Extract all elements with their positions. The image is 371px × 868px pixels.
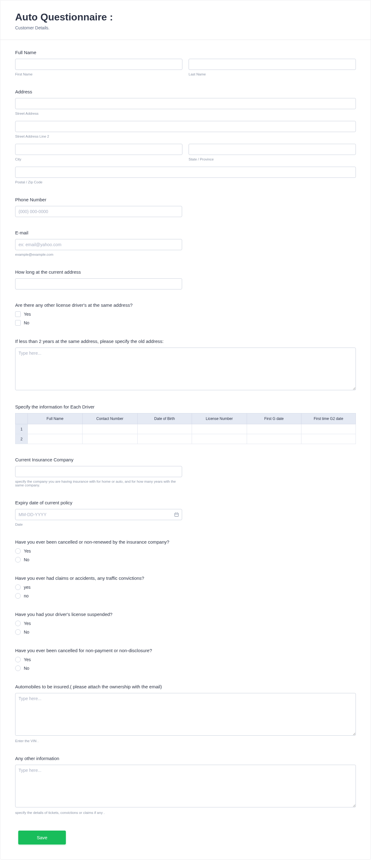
driver-table-corner (16, 413, 28, 424)
expiry-date-input[interactable] (15, 509, 182, 520)
form-title: Auto Questionnaire : (15, 11, 356, 23)
autos-textarea[interactable] (15, 693, 356, 736)
form-container: Auto Questionnaire : Customer Details. F… (0, 0, 371, 860)
form-subtitle: Customer Details. (15, 25, 356, 30)
autos-label: Automobiles to be insured.( please attac… (15, 684, 356, 689)
full-name-label: Full Name (15, 50, 356, 55)
driver-2-gdate[interactable] (247, 434, 301, 444)
nonpayment-label: Have you ever been cancelled for non-pay… (15, 648, 356, 653)
field-full-name: Full Name First Name Last Name (15, 50, 356, 76)
suspended-no-radio[interactable] (15, 629, 21, 635)
suspended-yes-radio[interactable] (15, 621, 21, 626)
driver-1-fullname[interactable] (28, 424, 82, 434)
last-name-input[interactable] (189, 59, 356, 70)
how-long-label: How long at the current address (15, 269, 356, 275)
phone-label: Phone Number (15, 197, 356, 202)
nonpayment-yes-label: Yes (24, 657, 31, 662)
driver-col-dob: Date of Birth (137, 413, 192, 424)
driver-1-dob[interactable] (137, 424, 192, 434)
insurance-company-sublabel: specify the company you are having insur… (15, 479, 182, 487)
postal-sublabel: Postal / Zip Code (15, 180, 356, 184)
cancelled-yes-label: Yes (24, 549, 31, 554)
cancelled-no-label: No (24, 557, 29, 562)
field-old-address: If less than 2 years at the same address… (15, 339, 356, 391)
cancelled-yes-radio[interactable] (15, 548, 21, 554)
table-row: 2 (16, 434, 356, 444)
field-phone: Phone Number (15, 197, 356, 217)
phone-input[interactable] (15, 206, 182, 217)
email-label: E-mail (15, 230, 356, 235)
driver-1-license[interactable] (192, 424, 247, 434)
postal-input[interactable] (15, 167, 356, 178)
claims-no-radio[interactable] (15, 593, 21, 599)
street-address-sublabel: Street Address (15, 112, 356, 115)
driver-1-contact[interactable] (83, 424, 137, 434)
form-body: Full Name First Name Last Name Address S… (0, 40, 371, 859)
driver-2-dob[interactable] (137, 434, 192, 444)
field-claims: Have you ever had claims or accidents, a… (15, 576, 356, 599)
other-info-textarea[interactable] (15, 765, 356, 807)
street-address2-sublabel: Street Address Line 2 (15, 134, 356, 138)
driver-1-g2date[interactable] (302, 424, 355, 434)
save-button[interactable]: Save (18, 831, 66, 844)
autos-sublabel: Enter the VIN . (15, 739, 356, 743)
old-address-textarea[interactable] (15, 348, 356, 390)
field-address: Address Street Address Street Address Li… (15, 89, 356, 184)
first-name-sublabel: First Name (15, 72, 182, 76)
driver-1-gdate[interactable] (247, 424, 301, 434)
first-name-input[interactable] (15, 59, 182, 70)
street-address2-input[interactable] (15, 121, 356, 132)
old-address-label: If less than 2 years at the same address… (15, 339, 356, 344)
street-address-input[interactable] (15, 98, 356, 109)
driver-2-fullname[interactable] (28, 434, 82, 444)
row-2-num: 2 (16, 434, 28, 444)
field-autos: Automobiles to be insured.( please attac… (15, 684, 356, 743)
other-drivers-label: Are there any other license driver's at … (15, 303, 356, 308)
field-other-info: Any other information specify the detail… (15, 756, 356, 814)
driver-col-fullname: Full Name (28, 413, 83, 424)
suspended-no-label: No (24, 629, 29, 634)
field-insurance-company: Current Insurance Company specify the co… (15, 457, 356, 487)
city-input[interactable] (15, 144, 182, 155)
driver-2-contact[interactable] (83, 434, 137, 444)
expiry-date-label: Expiry date of current policy (15, 500, 356, 505)
field-driver-table: Specify the information for Each Driver … (15, 404, 356, 444)
how-long-input[interactable] (15, 278, 182, 289)
table-row: 1 (16, 424, 356, 434)
other-drivers-yes-label: Yes (24, 312, 31, 317)
claims-yes-radio[interactable] (15, 584, 21, 590)
driver-2-g2date[interactable] (302, 434, 355, 444)
claims-label: Have you ever had claims or accidents, a… (15, 576, 356, 581)
nonpayment-no-label: No (24, 666, 29, 671)
nonpayment-no-radio[interactable] (15, 665, 21, 671)
driver-table-label: Specify the information for Each Driver (15, 404, 356, 409)
state-sublabel: State / Province (189, 157, 356, 161)
driver-2-license[interactable] (192, 434, 247, 444)
other-drivers-no-checkbox[interactable] (15, 320, 21, 326)
expiry-date-sublabel: Date (15, 523, 182, 526)
other-drivers-yes-checkbox[interactable] (15, 311, 21, 317)
other-drivers-no-label: No (24, 320, 29, 325)
nonpayment-yes-radio[interactable] (15, 657, 21, 662)
field-nonpayment: Have you ever been cancelled for non-pay… (15, 648, 356, 671)
driver-col-license: License Number (192, 413, 247, 424)
suspended-label: Have you had your driver's license suspe… (15, 612, 356, 617)
driver-table: Full Name Contact Number Date of Birth L… (15, 413, 356, 444)
city-sublabel: City (15, 157, 182, 161)
row-1-num: 1 (16, 424, 28, 434)
state-input[interactable] (189, 144, 356, 155)
driver-col-contact: Contact Number (82, 413, 137, 424)
cancelled-label: Have you ever been cancelled or non-rene… (15, 539, 356, 545)
field-expiry-date: Expiry date of current policy Date (15, 500, 356, 526)
cancelled-no-radio[interactable] (15, 557, 21, 562)
field-suspended: Have you had your driver's license suspe… (15, 612, 356, 635)
form-header: Auto Questionnaire : Customer Details. (0, 0, 371, 40)
insurance-company-input[interactable] (15, 466, 182, 477)
other-info-label: Any other information (15, 756, 356, 761)
field-other-drivers: Are there any other license driver's at … (15, 303, 356, 326)
field-email: E-mail example@example.com (15, 230, 356, 256)
driver-col-g2date: First time G2 date (301, 413, 355, 424)
email-sublabel: example@example.com (15, 253, 182, 256)
address-label: Address (15, 89, 356, 94)
email-input[interactable] (15, 239, 182, 250)
